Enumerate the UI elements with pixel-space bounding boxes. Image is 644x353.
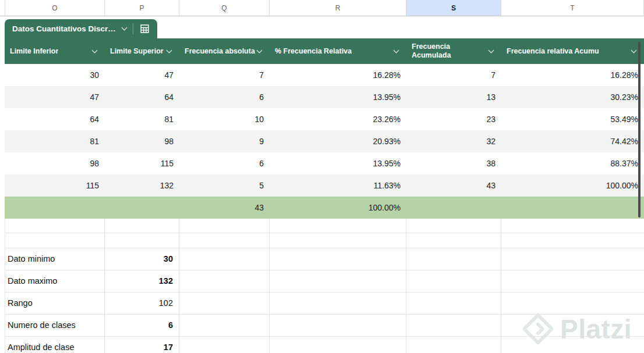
cell[interactable]: 81	[105, 108, 179, 130]
cell[interactable]: 16.28%	[270, 64, 406, 86]
total-cell[interactable]	[5, 197, 105, 219]
cell[interactable]	[501, 293, 644, 314]
column-header-S[interactable]: S	[406, 0, 501, 16]
filter-chevron-icon[interactable]	[489, 47, 494, 53]
cell[interactable]	[501, 248, 644, 270]
cell[interactable]	[179, 315, 270, 336]
stat-label[interactable]: Dato minimo	[5, 248, 105, 270]
cell[interactable]: 13.95%	[270, 86, 406, 108]
filter-chevron-icon[interactable]	[167, 47, 172, 53]
cell[interactable]	[406, 248, 501, 270]
cell[interactable]: 23.26%	[270, 108, 406, 130]
cell[interactable]: 7	[406, 64, 501, 86]
table-header-limite-superior[interactable]: Limite Superior	[105, 38, 179, 64]
cell[interactable]	[270, 248, 406, 270]
cell[interactable]: 7	[179, 64, 270, 86]
cell[interactable]	[270, 233, 406, 248]
cell[interactable]	[5, 219, 105, 233]
cell[interactable]: 13.95%	[270, 152, 406, 174]
cell[interactable]	[179, 219, 270, 233]
cell[interactable]: 74.42%	[501, 130, 644, 152]
cell[interactable]	[270, 270, 406, 292]
cell[interactable]: 88.37%	[501, 152, 644, 174]
cell[interactable]: 23	[406, 108, 501, 130]
cell[interactable]: 9	[179, 130, 270, 152]
stat-label[interactable]: Amplitud de clase	[5, 337, 105, 353]
cell[interactable]: 81	[5, 130, 105, 152]
filter-chevron-icon[interactable]	[257, 47, 263, 53]
total-cell[interactable]	[406, 197, 501, 219]
cell[interactable]	[270, 293, 406, 314]
stat-value[interactable]: 102	[105, 293, 179, 314]
cell[interactable]	[5, 233, 105, 248]
cell[interactable]	[105, 233, 179, 248]
cell[interactable]	[105, 219, 179, 233]
total-cell[interactable]	[105, 197, 179, 219]
cell[interactable]	[406, 293, 501, 314]
filter-chevron-icon[interactable]	[631, 47, 637, 53]
filter-chevron-icon[interactable]	[394, 47, 399, 53]
total-cell[interactable]: 43	[179, 197, 270, 219]
table-header-limite-inferior[interactable]: Limite Inferior	[5, 38, 105, 64]
table-header-frecuencia-absoluta[interactable]: Frecuencia absoluta	[179, 38, 270, 64]
stat-label[interactable]: Rango	[5, 293, 105, 314]
cell[interactable]: 30	[5, 64, 105, 86]
filter-chevron-icon[interactable]	[92, 47, 98, 53]
cell[interactable]: 6	[179, 86, 270, 108]
cell[interactable]: 98	[105, 130, 179, 152]
table-header-frecuencia-relativa[interactable]: % Frecuencia Relativa	[270, 38, 406, 64]
cell[interactable]	[179, 293, 270, 314]
cell[interactable]: 115	[105, 152, 179, 174]
cell[interactable]	[270, 337, 406, 353]
cell[interactable]	[406, 315, 501, 336]
cell[interactable]: 10	[179, 108, 270, 130]
cell[interactable]: 47	[5, 86, 105, 108]
cell[interactable]: 100.00%	[501, 174, 644, 197]
stat-value[interactable]: 6	[105, 315, 179, 336]
chevron-down-icon[interactable]	[121, 25, 127, 31]
cell[interactable]: 64	[5, 108, 105, 130]
column-header-P[interactable]: P	[105, 0, 179, 16]
stat-label[interactable]: Dato maximo	[5, 270, 105, 292]
cell[interactable]	[501, 337, 644, 353]
cell[interactable]: 32	[406, 130, 501, 152]
cell[interactable]: 5	[179, 174, 270, 197]
cell[interactable]	[501, 270, 644, 292]
stat-value[interactable]: 30	[105, 248, 179, 270]
table-header-frecuencia-relativa-acumulada[interactable]: Frecuencia relativa Acumu	[501, 38, 644, 64]
cell[interactable]: 64	[105, 86, 179, 108]
cell[interactable]: 53.49%	[501, 108, 644, 130]
cell[interactable]	[406, 219, 501, 233]
cell[interactable]: 115	[5, 174, 105, 197]
cell[interactable]	[501, 219, 644, 233]
stat-label[interactable]: Numero de clases	[5, 315, 105, 336]
cell[interactable]	[406, 337, 501, 353]
cell[interactable]: 20.93%	[270, 130, 406, 152]
column-header-R[interactable]: R	[270, 0, 406, 16]
cell[interactable]	[270, 219, 406, 233]
cell[interactable]	[270, 315, 406, 336]
total-cell[interactable]	[501, 197, 644, 219]
column-header-Q[interactable]: Q	[179, 0, 270, 16]
cell[interactable]	[501, 233, 644, 248]
cell[interactable]	[406, 270, 501, 292]
cell[interactable]	[179, 270, 270, 292]
cell[interactable]	[501, 315, 644, 336]
column-header-O[interactable]: O	[5, 0, 105, 16]
cell[interactable]: 16.28%	[501, 64, 644, 86]
table-name-chip[interactable]: Datos Cuantitativos Discr…	[5, 19, 157, 38]
cell[interactable]: 43	[406, 174, 501, 197]
cell[interactable]: 98	[5, 152, 105, 174]
total-cell[interactable]: 100.00%	[270, 197, 406, 219]
cell[interactable]	[179, 233, 270, 248]
cell[interactable]: 132	[105, 174, 179, 197]
table-header-frecuencia-acumulada[interactable]: Frecuencia Acumulada	[406, 38, 501, 64]
cell[interactable]: 11.63%	[270, 174, 406, 197]
cell[interactable]	[179, 248, 270, 270]
cell[interactable]: 38	[406, 152, 501, 174]
cell[interactable]: 30.23%	[501, 86, 644, 108]
stat-value[interactable]: 17	[105, 337, 179, 353]
cell[interactable]: 6	[179, 152, 270, 174]
cell[interactable]: 47	[105, 64, 179, 86]
stat-value[interactable]: 132	[105, 270, 179, 292]
